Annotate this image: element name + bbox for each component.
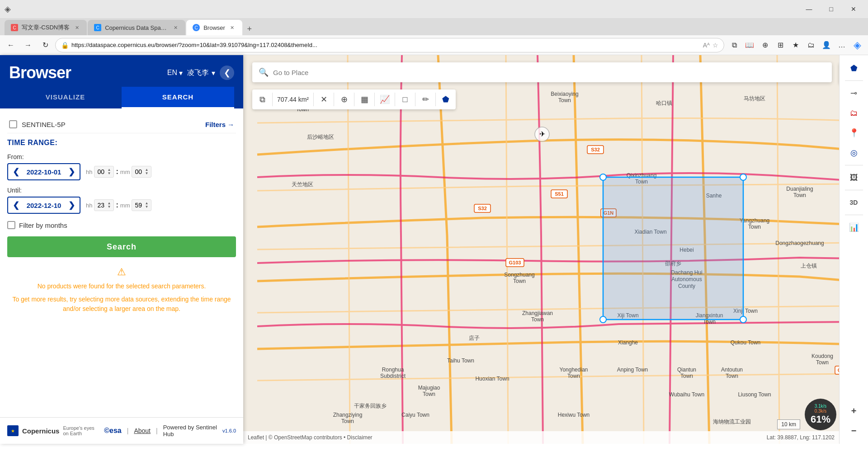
about-link[interactable]: About [134,427,151,434]
browser-tab-title: Browser [203,24,225,31]
until-hh-spin[interactable]: ▲ ▼ [108,202,111,209]
map-search-input[interactable] [273,69,826,76]
language-button[interactable]: EN ▾ [167,69,183,77]
browser-tab-close[interactable]: ✕ [229,24,236,31]
3d-view-button[interactable]: 3D [843,193,865,212]
nav-right-icons: ⧉ 📖 ⊕ ⊞ ★ 🗂 👤 … ◈ [727,38,864,52]
speed-download: 0.3k/s [815,409,827,414]
tab-visualize[interactable]: VISUALIZE [9,87,122,108]
sidebar: Browser EN ▾ 凌飞李 ▾ ❮ VISUALIZE SEARCH [0,55,243,444]
read-mode-icon: Aᴬ [703,42,710,49]
draw-mode-icon[interactable]: ⬟ [843,59,865,78]
svg-point-75 [600,174,606,180]
tab-browser[interactable]: C Browser ✕ [186,20,242,35]
filters-button[interactable]: Filters → [205,121,234,128]
filter-months-checkbox[interactable] [7,221,15,229]
from-hh-spin[interactable]: ▲ ▼ [108,168,111,175]
svg-text:Zhangziying: Zhangziying [333,412,363,418]
from-date-time-row: ❮ 2022-10-01 ❯ hh 00 ▲ ▼ [7,163,236,180]
gallery-icon[interactable]: 🖼 [843,168,865,187]
sidebar-title: Browser [9,63,71,82]
svg-rect-74 [603,177,743,320]
header-top: Browser EN ▾ 凌飞李 ▾ ❮ [9,63,234,82]
from-mm-input[interactable]: 00 ▲ ▼ [132,166,151,178]
back-button[interactable]: ← [4,38,18,52]
forward-button[interactable]: → [21,38,35,52]
svg-text:天竺地区: 天竺地区 [292,181,313,188]
line-chart-button[interactable]: 📈 [375,89,395,109]
filter-months-row: Filter by months [7,221,236,229]
csdn-favicon: C [11,24,18,31]
user-menu-button[interactable]: 凌飞李 ▾ [187,68,215,78]
csdn-tab-close[interactable]: ✕ [73,24,80,31]
until-date-time-row: ❮ 2022-12-10 ❯ hh 23 ▲ ▼ [7,197,236,214]
from-next-arrow[interactable]: ❯ [68,167,75,177]
sidebar-collapse-button[interactable]: ❮ [220,66,234,80]
link-icon[interactable]: ⊸ [843,84,865,103]
map-area[interactable]: S32 S32 G103 S51 G1N S1 G1 Gaoliying [243,55,868,444]
copernicus-tab-title: Copernicus Data Space Ecosyste... [105,24,168,31]
split-view-button[interactable]: ⊞ [773,38,788,52]
refresh-button[interactable]: ↻ [38,38,52,52]
tabs-bar: C 写文章-CSDN博客 ✕ C Copernicus Data Space E… [0,18,868,35]
svg-text:Wubaihu Town: Wubaihu Town [669,391,704,398]
map-search-bar[interactable]: 🔍 [252,62,832,82]
tab-copernicus-old[interactable]: C Copernicus Data Space Ecosyste... ✕ [88,20,185,35]
zoom-out-button[interactable]: − [843,421,865,440]
svg-text:Qukou Town: Qukou Town [731,339,761,346]
collections-button[interactable]: 🗂 [804,38,818,52]
copernicus-tab-close[interactable]: ✕ [172,24,179,31]
tab-actions-button[interactable]: ⧉ [727,38,741,52]
svg-text:Caiyu Town: Caiyu Town [401,412,429,418]
add-favorites-button[interactable]: ★ [788,38,803,52]
right-panel: ⬟ ⊸ 🗂 📍 ◎ 🖼 3D 📊 + − [839,55,868,444]
profile-button[interactable]: 👤 [819,38,834,52]
sentinel-checkbox[interactable] [9,120,17,128]
map-bottom-bar: Leaflet | © OpenStreetMap contributors •… [243,431,839,444]
svg-text:店子: 店子 [469,335,480,341]
layers-stack-icon[interactable]: 🗂 [843,103,865,122]
search-button[interactable]: Search [7,236,236,257]
until-mm-input[interactable]: 59 ▲ ▼ [132,199,151,211]
until-date-picker[interactable]: ❮ 2022-12-10 ❯ [7,197,80,214]
clear-selection-button[interactable]: ✕ [314,89,334,109]
polygon-button[interactable]: ⬟ [436,89,456,109]
svg-text:Town: Town [567,373,580,379]
until-mm-spin[interactable]: ▲ ▼ [145,202,149,209]
bar-chart-button[interactable]: ▦ [354,89,374,109]
zoom-in-button[interactable]: + [843,401,865,420]
address-bar[interactable]: 🔒 https://dataspace.copernicus.eu/browse… [55,38,724,52]
until-hh-input[interactable]: 23 ▲ ▼ [94,199,114,211]
copy-area-button[interactable]: ⧉ [252,89,272,109]
analytics-icon[interactable]: 📊 [843,218,865,237]
web-capture-button[interactable]: ⊕ [758,38,772,52]
pin-icon[interactable]: 📍 [843,123,865,142]
from-hh-input[interactable]: 00 ▲ ▼ [94,166,114,178]
compass-icon[interactable]: ◎ [843,143,865,162]
rectangle-tool-button[interactable]: □ [395,89,415,109]
until-prev-arrow[interactable]: ❮ [13,200,19,210]
from-time-picker: hh 00 ▲ ▼ : mm 00 [86,166,151,178]
maximize-button[interactable]: □ [821,2,841,16]
svg-text:Dongzhaogezhuang: Dongzhaogezhuang [775,240,824,246]
tab-search[interactable]: SEARCH [122,87,234,108]
svg-point-78 [740,316,746,323]
draw-button[interactable]: ✏ [415,89,435,109]
footer-logo: ★ Copernicus Europe's eyes on Earth [7,425,99,436]
speed-widget: 3.1k/s 0.3k/s 61% [805,399,836,430]
svg-text:Town: Town [423,391,435,397]
from-mm-spin[interactable]: ▲ ▼ [145,168,149,175]
from-date-picker[interactable]: ❮ 2022-10-01 ❯ [7,163,80,180]
read-view-button[interactable]: 📖 [742,38,757,52]
tab-csdn[interactable]: C 写文章-CSDN博客 ✕ [5,20,87,35]
until-next-arrow[interactable]: ❯ [68,200,75,210]
minimize-button[interactable]: — [799,2,819,16]
area-display: 707.44 km² [273,96,313,103]
close-button[interactable]: ✕ [843,2,863,16]
warning-icon: ⚠ [11,266,232,278]
locate-button[interactable]: ⊕ [334,89,354,109]
more-button[interactable]: … [835,38,849,52]
from-prev-arrow[interactable]: ❮ [13,167,19,177]
new-tab-button[interactable]: + [243,23,256,35]
svg-text:Yonghedian: Yonghedian [560,367,588,373]
